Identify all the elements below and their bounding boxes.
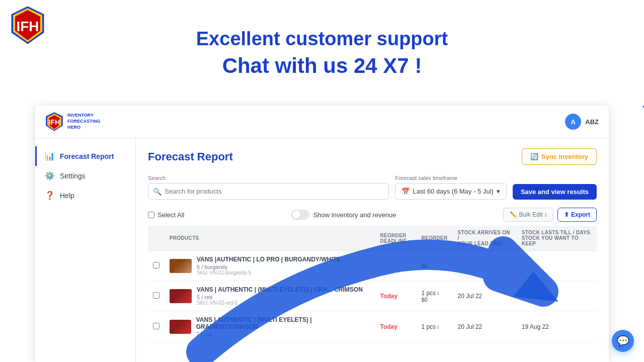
sync-btn-label: Sync Inventory bbox=[541, 153, 588, 160]
product-info-2: VANS | AUTHENTIC | (MULTI EYELETS) | GRA… bbox=[197, 286, 363, 306]
product-info-1: VANS |AUTHENTIC | LO PRO | BURGANDY/WHIT… bbox=[197, 256, 341, 276]
product-name-2: VANS | AUTHENTIC | (MULTI EYELETS) | GRA… bbox=[197, 286, 363, 293]
col-products: PRODUCTS bbox=[165, 226, 375, 251]
main-content: Forecast Report 🔄 Sync Inventory Search … bbox=[136, 138, 609, 362]
reorder-2: 1 pcs ℹ $0 bbox=[416, 281, 452, 311]
col-reorder: REORDER bbox=[416, 226, 452, 251]
timeframe-label: Forecast sales timeframe bbox=[395, 175, 506, 181]
info-icon: ℹ bbox=[545, 212, 547, 218]
calendar-icon: 📅 bbox=[401, 188, 410, 195]
search-label: Search bbox=[148, 175, 389, 181]
inventory-revenue-toggle[interactable] bbox=[291, 210, 309, 220]
reorder-deadline-1 bbox=[375, 251, 417, 281]
forecast-icon: 📊 bbox=[45, 151, 55, 161]
app-container: IFH INVENTORY FORECASTING HERO A ABZ 📊 F… bbox=[35, 106, 609, 362]
stock-lasts-1 bbox=[517, 251, 597, 281]
sidebar-label-help: Help bbox=[60, 192, 74, 200]
reorder-deadline-2: Today bbox=[375, 281, 417, 311]
row-checkbox-2[interactable] bbox=[153, 292, 159, 299]
col-stock-arrives: STOCK ARRIVES ON /YOUR LEAD TIME bbox=[453, 226, 517, 251]
app-body: 📊 Forecast Report ⚙️ Settings ❓ Help For… bbox=[35, 138, 609, 362]
svg-text:IFH: IFH bbox=[16, 19, 39, 34]
product-sku-2: SKU: VN-02-red-5 bbox=[197, 300, 363, 306]
top-logo: IFH bbox=[10, 5, 45, 40]
sidebar-label-forecast: Forecast Report bbox=[60, 152, 114, 160]
main-header: Forecast Report 🔄 Sync Inventory bbox=[148, 148, 597, 165]
help-icon: ❓ bbox=[45, 191, 55, 200]
product-variant-1: 5 / burgandy bbox=[197, 264, 341, 270]
avatar: A bbox=[565, 114, 581, 130]
chat-button[interactable]: 💬 bbox=[612, 330, 634, 352]
settings-icon: ⚙️ bbox=[45, 171, 55, 180]
user-info[interactable]: A ABZ bbox=[565, 114, 599, 130]
search-group: Search 🔍 bbox=[148, 175, 389, 200]
sidebar-item-help[interactable]: ❓ Help bbox=[35, 186, 135, 205]
product-name-1: VANS |AUTHENTIC | LO PRO | BURGANDY/WHIT… bbox=[197, 256, 341, 263]
product-image-2 bbox=[170, 289, 192, 303]
stock-arrives-3: 20 Jul 22 bbox=[453, 311, 517, 343]
sidebar-item-settings[interactable]: ⚙️ Settings bbox=[35, 166, 135, 186]
timeframe-value: Last 60 days (6 May - 5 Jul) bbox=[413, 188, 493, 195]
product-info-3: VANS | AUTHENTIC | (MULTI EYELETS) | GRA… bbox=[196, 316, 370, 337]
filter-row: Search 🔍 Forecast sales timeframe 📅 Last… bbox=[148, 175, 597, 200]
select-all-label: Select All bbox=[157, 211, 184, 219]
products-table: PRODUCTS REORDERDEADLINE ↑ REORDER STOCK… bbox=[148, 226, 597, 343]
search-icon: 🔍 bbox=[153, 188, 162, 196]
search-input-wrap: 🔍 bbox=[148, 183, 389, 200]
chat-icon: 💬 bbox=[617, 335, 629, 347]
product-variant-3: 7 / red bbox=[196, 331, 370, 337]
banner-title: Excellent customer support bbox=[196, 28, 448, 50]
brand-name: INVENTORY FORECASTING HERO bbox=[67, 113, 101, 130]
app-logo: IFH INVENTORY FORECASTING HERO bbox=[45, 112, 101, 132]
sync-inventory-button[interactable]: 🔄 Sync Inventory bbox=[522, 148, 597, 165]
row-checkbox-3[interactable] bbox=[153, 323, 159, 329]
stock-lasts-3: 19 Aug 22 bbox=[517, 311, 597, 343]
reorder-deadline-3: Today bbox=[375, 311, 417, 343]
sidebar-item-forecast[interactable]: 📊 Forecast Report bbox=[35, 146, 135, 166]
product-sku-1: SKU: VN-01-burgandy-5 bbox=[197, 270, 341, 276]
show-inventory-label: Show inventory and revenue bbox=[313, 211, 396, 219]
top-banner: IFH Excellent customer support Chat with… bbox=[0, 0, 644, 106]
banner-subtitle: Chat with us 24 X7 ! bbox=[222, 54, 422, 78]
col-checkbox bbox=[148, 226, 165, 251]
sidebar-label-settings: Settings bbox=[60, 172, 86, 180]
svg-text:IFH: IFH bbox=[49, 118, 60, 126]
table-row: VANS | AUTHENTIC | (MULTI EYELETS) | GRA… bbox=[148, 281, 597, 311]
product-image-1 bbox=[170, 259, 192, 273]
reorder-1: $0 bbox=[416, 251, 452, 281]
product-variant-2: 5 / red bbox=[197, 294, 363, 300]
row-checkbox-1[interactable] bbox=[153, 262, 159, 268]
sidebar: 📊 Forecast Report ⚙️ Settings ❓ Help bbox=[35, 138, 136, 362]
timeframe-select[interactable]: 📅 Last 60 days (6 May - 5 Jul) ▾ bbox=[395, 183, 506, 200]
reorder-3: 1 pcs ℹ bbox=[416, 311, 452, 343]
stock-lasts-2 bbox=[517, 281, 597, 311]
select-all-wrap[interactable]: Select All bbox=[148, 211, 184, 219]
timeframe-group: Forecast sales timeframe 📅 Last 60 days … bbox=[395, 175, 506, 200]
select-all-checkbox[interactable] bbox=[148, 212, 154, 218]
page-title: Forecast Report bbox=[148, 150, 233, 163]
action-buttons: ✏️ Bulk Edit ℹ ⬆ Export bbox=[503, 208, 597, 222]
search-input[interactable] bbox=[148, 183, 389, 200]
table-row: VANS | AUTHENTIC | (MULTI EYELETS) | GRA… bbox=[148, 311, 597, 343]
product-name-3: VANS | AUTHENTIC | (MULTI EYELETS) | GRA… bbox=[196, 316, 370, 330]
bulk-edit-label: Bulk Edit bbox=[519, 211, 543, 218]
edit-icon: ✏️ bbox=[510, 211, 517, 218]
export-button[interactable]: ⬆ Export bbox=[557, 208, 597, 222]
toggle-wrap: Show inventory and revenue bbox=[291, 210, 396, 220]
app-header: IFH INVENTORY FORECASTING HERO A ABZ bbox=[35, 106, 609, 138]
stock-arrives-2: 20 Jul 22 bbox=[453, 281, 517, 311]
bulk-edit-button[interactable]: ✏️ Bulk Edit ℹ bbox=[503, 208, 553, 222]
table-controls: Select All Show inventory and revenue ✏️… bbox=[148, 208, 597, 222]
table-row: VANS |AUTHENTIC | LO PRO | BURGANDY/WHIT… bbox=[148, 251, 597, 281]
user-name: ABZ bbox=[585, 118, 599, 126]
export-label: Export bbox=[571, 211, 590, 218]
sync-icon: 🔄 bbox=[530, 153, 538, 160]
stock-arrives-1 bbox=[453, 251, 517, 281]
col-stock-lasts: STOCK LASTS TILL / DAYSSTOCK YOU WANT TO… bbox=[517, 226, 597, 251]
col-reorder-deadline[interactable]: REORDERDEADLINE ↑ bbox=[375, 226, 417, 251]
chevron-down-icon: ▾ bbox=[497, 188, 500, 195]
export-icon: ⬆ bbox=[564, 211, 569, 218]
product-image-3 bbox=[170, 320, 191, 334]
save-results-button[interactable]: Save and view results bbox=[513, 184, 597, 200]
